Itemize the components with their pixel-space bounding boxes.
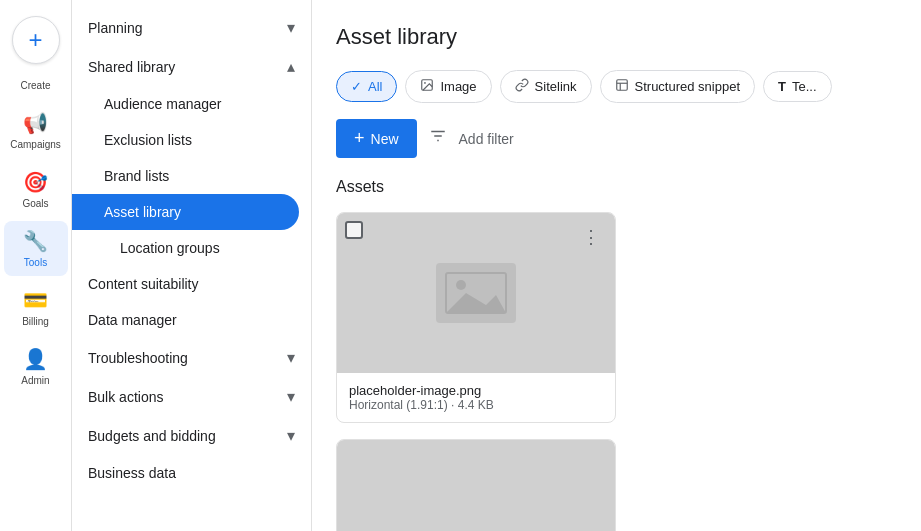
audience-manager-label: Audience manager bbox=[104, 96, 222, 112]
sitelink-tab-label: Sitelink bbox=[535, 79, 577, 94]
filter-icon[interactable] bbox=[429, 127, 447, 150]
sidebar-item-location-groups[interactable]: Location groups bbox=[72, 230, 311, 266]
nav-item-tools[interactable]: 🔧 Tools bbox=[4, 221, 68, 276]
filter-tab-sitelink[interactable]: Sitelink bbox=[500, 70, 592, 103]
filter-tabs: ✓ All Image Sitelink Structured snippet … bbox=[336, 70, 897, 103]
page-title: Asset library bbox=[336, 24, 897, 50]
sidebar: Planning ▾ Shared library ▴ Audience man… bbox=[72, 0, 312, 531]
admin-icon: 👤 bbox=[23, 347, 48, 371]
plus-icon: + bbox=[28, 26, 42, 54]
new-plus-icon: + bbox=[354, 128, 365, 149]
asset-menu-button[interactable]: ⋮ bbox=[575, 221, 607, 253]
main-content: Asset library ✓ All Image Sitelink Struc… bbox=[312, 0, 921, 531]
sidebar-item-content-suitability[interactable]: Content suitability bbox=[72, 266, 311, 302]
nav-item-admin[interactable]: 👤 Admin bbox=[4, 339, 68, 394]
asset-card-header-2 bbox=[337, 440, 615, 531]
bulk-actions-label: Bulk actions bbox=[88, 389, 163, 405]
filter-tab-all[interactable]: ✓ All bbox=[336, 71, 397, 102]
structured-snippet-tab-icon bbox=[615, 78, 629, 95]
sitelink-tab-icon bbox=[515, 78, 529, 95]
create-button[interactable]: + bbox=[12, 16, 60, 64]
data-manager-label: Data manager bbox=[88, 312, 177, 328]
asset-card-2 bbox=[336, 439, 616, 531]
bulk-actions-chevron: ▾ bbox=[287, 387, 295, 406]
shared-library-label: Shared library bbox=[88, 59, 175, 75]
new-button[interactable]: + New bbox=[336, 119, 417, 158]
sidebar-section: Planning ▾ Shared library ▴ Audience man… bbox=[72, 8, 311, 491]
svg-point-10 bbox=[456, 280, 466, 290]
billing-label: Billing bbox=[22, 316, 49, 327]
svg-rect-2 bbox=[616, 80, 627, 91]
exclusion-lists-label: Exclusion lists bbox=[104, 132, 192, 148]
tools-icon: 🔧 bbox=[23, 229, 48, 253]
structured-snippet-tab-label: Structured snippet bbox=[635, 79, 741, 94]
sidebar-item-shared-library[interactable]: Shared library ▴ bbox=[72, 47, 311, 86]
asset-card: ⋮ placeholder-image.png Horizontal (1.91… bbox=[336, 212, 616, 423]
sidebar-item-brand-lists[interactable]: Brand lists bbox=[72, 158, 311, 194]
all-tab-label: All bbox=[368, 79, 382, 94]
sidebar-item-exclusion-lists[interactable]: Exclusion lists bbox=[72, 122, 311, 158]
sidebar-item-audience-manager[interactable]: Audience manager bbox=[72, 86, 311, 122]
asset-card-header: ⋮ bbox=[337, 213, 615, 373]
tools-label: Tools bbox=[24, 257, 47, 268]
billing-icon: 💳 bbox=[23, 288, 48, 312]
filter-tab-image[interactable]: Image bbox=[405, 70, 491, 103]
asset-info: placeholder-image.png Horizontal (1.91:1… bbox=[337, 373, 615, 422]
image-tab-icon bbox=[420, 78, 434, 95]
sidebar-item-asset-library[interactable]: Asset library bbox=[72, 194, 299, 230]
asset-placeholder-image bbox=[436, 263, 516, 323]
campaigns-label: Campaigns bbox=[10, 139, 61, 150]
planning-chevron: ▾ bbox=[287, 18, 295, 37]
text-tab-label: Te... bbox=[792, 79, 817, 94]
new-button-label: New bbox=[371, 131, 399, 147]
troubleshooting-chevron: ▾ bbox=[287, 348, 295, 367]
planning-label: Planning bbox=[88, 20, 143, 36]
business-data-label: Business data bbox=[88, 465, 176, 481]
sidebar-item-bulk-actions[interactable]: Bulk actions ▾ bbox=[72, 377, 311, 416]
budgets-bidding-label: Budgets and bidding bbox=[88, 428, 216, 444]
asset-meta: Horizontal (1.91:1) · 4.4 KB bbox=[349, 398, 603, 412]
goals-label: Goals bbox=[22, 198, 48, 209]
budgets-bidding-chevron: ▾ bbox=[287, 426, 295, 445]
campaigns-icon: 📢 bbox=[23, 111, 48, 135]
nav-item-goals[interactable]: 🎯 Goals bbox=[4, 162, 68, 217]
sidebar-item-troubleshooting[interactable]: Troubleshooting ▾ bbox=[72, 338, 311, 377]
sidebar-item-budgets-and-bidding[interactable]: Budgets and bidding ▾ bbox=[72, 416, 311, 455]
content-suitability-label: Content suitability bbox=[88, 276, 199, 292]
asset-library-label: Asset library bbox=[104, 204, 181, 220]
sidebar-item-data-manager[interactable]: Data manager bbox=[72, 302, 311, 338]
asset-checkbox[interactable] bbox=[345, 221, 363, 239]
shared-library-chevron: ▴ bbox=[287, 57, 295, 76]
nav-item-billing[interactable]: 💳 Billing bbox=[4, 280, 68, 335]
sidebar-item-planning[interactable]: Planning ▾ bbox=[72, 8, 311, 47]
brand-lists-label: Brand lists bbox=[104, 168, 169, 184]
asset-name: placeholder-image.png bbox=[349, 383, 603, 398]
filter-tab-structured-snippet[interactable]: Structured snippet bbox=[600, 70, 756, 103]
filter-tab-text[interactable]: T Te... bbox=[763, 71, 832, 102]
action-bar: + New Add filter bbox=[336, 119, 897, 158]
asset-grid: ⋮ placeholder-image.png Horizontal (1.91… bbox=[336, 212, 897, 531]
create-label: Create bbox=[20, 80, 50, 91]
svg-point-1 bbox=[425, 82, 427, 84]
assets-section-label: Assets bbox=[336, 178, 897, 196]
location-groups-label: Location groups bbox=[120, 240, 220, 256]
image-tab-label: Image bbox=[440, 79, 476, 94]
text-tab-icon: T bbox=[778, 79, 786, 94]
nav-item-campaigns[interactable]: 📢 Campaigns bbox=[4, 103, 68, 158]
sidebar-item-business-data[interactable]: Business data bbox=[72, 455, 311, 491]
all-check-icon: ✓ bbox=[351, 79, 362, 94]
goals-icon: 🎯 bbox=[23, 170, 48, 194]
admin-label: Admin bbox=[21, 375, 49, 386]
add-filter-text[interactable]: Add filter bbox=[459, 131, 514, 147]
icon-navigation: + Create 📢 Campaigns 🎯 Goals 🔧 Tools 💳 B… bbox=[0, 0, 72, 531]
troubleshooting-label: Troubleshooting bbox=[88, 350, 188, 366]
